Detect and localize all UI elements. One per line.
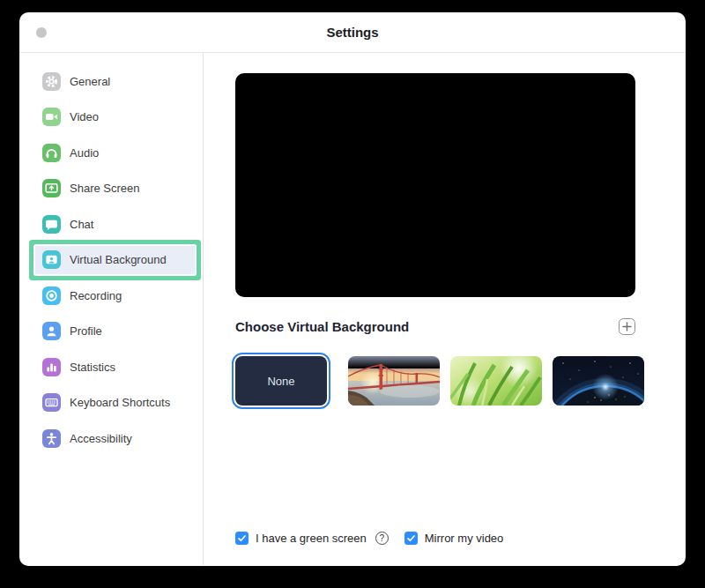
green-screen-label: I have a green screen bbox=[256, 532, 367, 545]
background-tiles: None bbox=[235, 353, 644, 409]
section-title: Choose Virtual Background bbox=[235, 319, 409, 334]
sidebar-item-audio[interactable]: Audio bbox=[19, 135, 203, 171]
window-title: Settings bbox=[326, 25, 378, 40]
golden-gate-bridge-thumbnail[interactable] bbox=[348, 356, 440, 406]
record-icon bbox=[42, 287, 61, 305]
title-bar: Settings bbox=[19, 12, 686, 53]
gear-icon bbox=[42, 72, 61, 91]
sidebar-item-general[interactable]: General bbox=[19, 63, 203, 100]
help-icon[interactable]: ? bbox=[375, 532, 389, 545]
sidebar-item-label: Recording bbox=[70, 289, 122, 302]
earth-thumbnail[interactable] bbox=[553, 356, 644, 406]
sidebar-item-video[interactable]: Video bbox=[19, 100, 203, 136]
checkmark-icon bbox=[406, 533, 416, 543]
settings-sidebar: General Video Audio Share Screen bbox=[19, 53, 204, 565]
window-close-button[interactable] bbox=[36, 27, 47, 38]
add-background-button[interactable] bbox=[619, 318, 635, 335]
sidebar-item-chat[interactable]: Chat bbox=[19, 206, 203, 242]
sidebar-item-keyboard-shortcuts[interactable]: Keyboard Shortcuts bbox=[19, 385, 203, 421]
sidebar-item-share-screen[interactable]: Share Screen bbox=[19, 171, 203, 207]
plus-icon bbox=[622, 322, 632, 331]
options-row: I have a green screen ? Mirror my video bbox=[235, 532, 503, 545]
sidebar-item-profile[interactable]: Profile bbox=[19, 314, 203, 350]
share-screen-icon bbox=[42, 179, 61, 197]
green-screen-checkbox[interactable] bbox=[235, 532, 249, 545]
sidebar-item-label: Chat bbox=[70, 218, 93, 231]
sidebar-item-recording[interactable]: Recording bbox=[19, 278, 203, 314]
sidebar-item-label: Accessibility bbox=[70, 432, 132, 445]
mirror-video-label: Mirror my video bbox=[425, 532, 504, 545]
grass-thumbnail[interactable] bbox=[450, 356, 542, 406]
keyboard-icon bbox=[42, 393, 61, 412]
checkmark-icon bbox=[237, 533, 247, 543]
sidebar-item-label: Virtual Background bbox=[70, 253, 167, 266]
headphones-icon bbox=[42, 144, 61, 162]
none-background-tile[interactable]: None bbox=[235, 356, 327, 406]
video-preview bbox=[235, 73, 635, 297]
mirror-video-checkbox[interactable] bbox=[404, 532, 418, 545]
sidebar-item-label: Keyboard Shortcuts bbox=[70, 396, 170, 409]
virtual-background-icon bbox=[42, 250, 61, 269]
sidebar-item-label: Video bbox=[70, 110, 99, 123]
sidebar-item-label: Share Screen bbox=[70, 182, 140, 195]
settings-window: Settings General Video Audio bbox=[19, 12, 686, 566]
virtual-background-panel: Choose Virtual Background None bbox=[204, 53, 686, 565]
selected-tile-ring: None bbox=[232, 353, 330, 409]
sidebar-item-label: Profile bbox=[70, 324, 102, 338]
video-camera-icon bbox=[42, 108, 61, 126]
sidebar-item-statistics[interactable]: Statistics bbox=[19, 349, 203, 385]
sidebar-item-label: Statistics bbox=[70, 361, 115, 374]
sidebar-item-label: Audio bbox=[70, 146, 99, 160]
profile-person-icon bbox=[42, 322, 61, 340]
sidebar-item-virtual-background[interactable]: Virtual Background bbox=[35, 246, 195, 274]
chat-bubble-icon bbox=[42, 215, 61, 234]
accessibility-icon bbox=[42, 429, 61, 448]
sidebar-item-accessibility[interactable]: Accessibility bbox=[19, 421, 203, 457]
sidebar-item-label: General bbox=[70, 75, 110, 88]
statistics-bars-icon bbox=[42, 358, 61, 376]
